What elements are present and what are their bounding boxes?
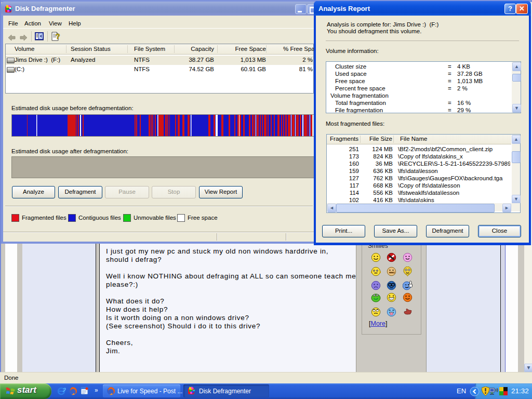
svg-text:?: ?: [56, 32, 60, 41]
